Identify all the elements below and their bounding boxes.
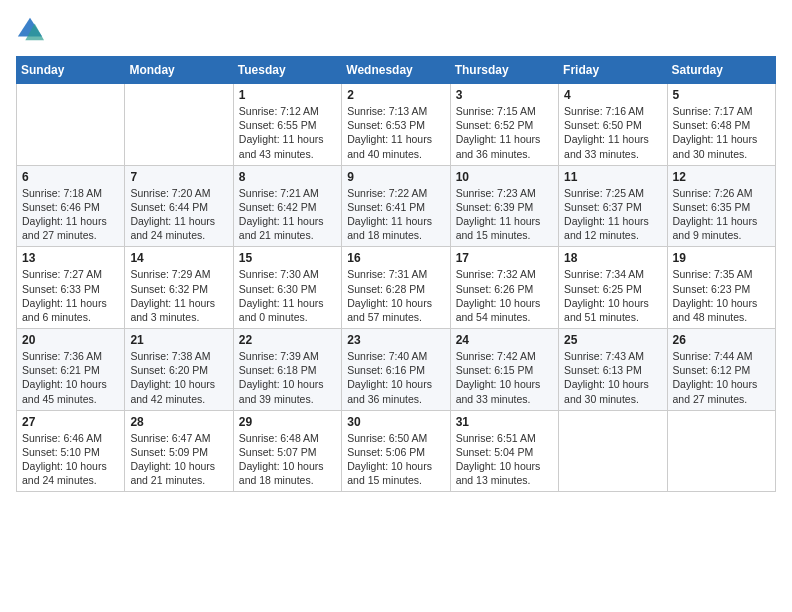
day-number: 10 <box>456 170 553 184</box>
day-info: Sunrise: 7:38 AM Sunset: 6:20 PM Dayligh… <box>130 349 227 406</box>
day-number: 1 <box>239 88 336 102</box>
day-info: Sunrise: 7:22 AM Sunset: 6:41 PM Dayligh… <box>347 186 444 243</box>
day-number: 8 <box>239 170 336 184</box>
calendar-cell: 22Sunrise: 7:39 AM Sunset: 6:18 PM Dayli… <box>233 329 341 411</box>
day-info: Sunrise: 7:26 AM Sunset: 6:35 PM Dayligh… <box>673 186 770 243</box>
calendar-week-row: 27Sunrise: 6:46 AM Sunset: 5:10 PM Dayli… <box>17 410 776 492</box>
calendar-cell: 4Sunrise: 7:16 AM Sunset: 6:50 PM Daylig… <box>559 84 667 166</box>
day-number: 7 <box>130 170 227 184</box>
calendar-cell: 7Sunrise: 7:20 AM Sunset: 6:44 PM Daylig… <box>125 165 233 247</box>
day-number: 11 <box>564 170 661 184</box>
calendar-cell: 31Sunrise: 6:51 AM Sunset: 5:04 PM Dayli… <box>450 410 558 492</box>
day-info: Sunrise: 7:35 AM Sunset: 6:23 PM Dayligh… <box>673 267 770 324</box>
calendar-week-row: 13Sunrise: 7:27 AM Sunset: 6:33 PM Dayli… <box>17 247 776 329</box>
day-info: Sunrise: 7:40 AM Sunset: 6:16 PM Dayligh… <box>347 349 444 406</box>
day-number: 18 <box>564 251 661 265</box>
day-info: Sunrise: 7:30 AM Sunset: 6:30 PM Dayligh… <box>239 267 336 324</box>
calendar-cell: 23Sunrise: 7:40 AM Sunset: 6:16 PM Dayli… <box>342 329 450 411</box>
day-info: Sunrise: 6:48 AM Sunset: 5:07 PM Dayligh… <box>239 431 336 488</box>
calendar-cell: 14Sunrise: 7:29 AM Sunset: 6:32 PM Dayli… <box>125 247 233 329</box>
day-number: 3 <box>456 88 553 102</box>
day-info: Sunrise: 6:50 AM Sunset: 5:06 PM Dayligh… <box>347 431 444 488</box>
calendar-cell: 5Sunrise: 7:17 AM Sunset: 6:48 PM Daylig… <box>667 84 775 166</box>
calendar-cell: 20Sunrise: 7:36 AM Sunset: 6:21 PM Dayli… <box>17 329 125 411</box>
day-number: 22 <box>239 333 336 347</box>
day-number: 21 <box>130 333 227 347</box>
day-info: Sunrise: 7:18 AM Sunset: 6:46 PM Dayligh… <box>22 186 119 243</box>
logo-icon <box>16 16 44 44</box>
calendar-cell: 16Sunrise: 7:31 AM Sunset: 6:28 PM Dayli… <box>342 247 450 329</box>
calendar-cell: 3Sunrise: 7:15 AM Sunset: 6:52 PM Daylig… <box>450 84 558 166</box>
day-number: 23 <box>347 333 444 347</box>
day-info: Sunrise: 7:13 AM Sunset: 6:53 PM Dayligh… <box>347 104 444 161</box>
day-info: Sunrise: 7:21 AM Sunset: 6:42 PM Dayligh… <box>239 186 336 243</box>
day-info: Sunrise: 7:17 AM Sunset: 6:48 PM Dayligh… <box>673 104 770 161</box>
calendar-cell: 6Sunrise: 7:18 AM Sunset: 6:46 PM Daylig… <box>17 165 125 247</box>
calendar-cell: 18Sunrise: 7:34 AM Sunset: 6:25 PM Dayli… <box>559 247 667 329</box>
day-info: Sunrise: 7:42 AM Sunset: 6:15 PM Dayligh… <box>456 349 553 406</box>
day-number: 28 <box>130 415 227 429</box>
calendar-cell: 24Sunrise: 7:42 AM Sunset: 6:15 PM Dayli… <box>450 329 558 411</box>
day-number: 20 <box>22 333 119 347</box>
day-number: 12 <box>673 170 770 184</box>
day-number: 5 <box>673 88 770 102</box>
calendar-cell: 25Sunrise: 7:43 AM Sunset: 6:13 PM Dayli… <box>559 329 667 411</box>
calendar-cell: 21Sunrise: 7:38 AM Sunset: 6:20 PM Dayli… <box>125 329 233 411</box>
day-header-monday: Monday <box>125 57 233 84</box>
calendar-cell <box>125 84 233 166</box>
day-info: Sunrise: 7:25 AM Sunset: 6:37 PM Dayligh… <box>564 186 661 243</box>
day-header-thursday: Thursday <box>450 57 558 84</box>
day-info: Sunrise: 7:15 AM Sunset: 6:52 PM Dayligh… <box>456 104 553 161</box>
day-number: 29 <box>239 415 336 429</box>
day-number: 16 <box>347 251 444 265</box>
day-info: Sunrise: 7:32 AM Sunset: 6:26 PM Dayligh… <box>456 267 553 324</box>
day-info: Sunrise: 7:29 AM Sunset: 6:32 PM Dayligh… <box>130 267 227 324</box>
calendar-cell: 27Sunrise: 6:46 AM Sunset: 5:10 PM Dayli… <box>17 410 125 492</box>
calendar-week-row: 6Sunrise: 7:18 AM Sunset: 6:46 PM Daylig… <box>17 165 776 247</box>
calendar-cell: 9Sunrise: 7:22 AM Sunset: 6:41 PM Daylig… <box>342 165 450 247</box>
calendar-table: SundayMondayTuesdayWednesdayThursdayFrid… <box>16 56 776 492</box>
calendar-cell: 28Sunrise: 6:47 AM Sunset: 5:09 PM Dayli… <box>125 410 233 492</box>
calendar-header-row: SundayMondayTuesdayWednesdayThursdayFrid… <box>17 57 776 84</box>
day-number: 31 <box>456 415 553 429</box>
calendar-cell: 30Sunrise: 6:50 AM Sunset: 5:06 PM Dayli… <box>342 410 450 492</box>
day-info: Sunrise: 6:51 AM Sunset: 5:04 PM Dayligh… <box>456 431 553 488</box>
calendar-week-row: 1Sunrise: 7:12 AM Sunset: 6:55 PM Daylig… <box>17 84 776 166</box>
calendar-cell <box>667 410 775 492</box>
day-number: 9 <box>347 170 444 184</box>
calendar-cell: 8Sunrise: 7:21 AM Sunset: 6:42 PM Daylig… <box>233 165 341 247</box>
day-number: 19 <box>673 251 770 265</box>
calendar-cell: 17Sunrise: 7:32 AM Sunset: 6:26 PM Dayli… <box>450 247 558 329</box>
day-info: Sunrise: 6:46 AM Sunset: 5:10 PM Dayligh… <box>22 431 119 488</box>
calendar-week-row: 20Sunrise: 7:36 AM Sunset: 6:21 PM Dayli… <box>17 329 776 411</box>
day-number: 4 <box>564 88 661 102</box>
day-info: Sunrise: 7:34 AM Sunset: 6:25 PM Dayligh… <box>564 267 661 324</box>
calendar-cell <box>17 84 125 166</box>
calendar-cell: 2Sunrise: 7:13 AM Sunset: 6:53 PM Daylig… <box>342 84 450 166</box>
logo <box>16 16 46 44</box>
day-info: Sunrise: 7:20 AM Sunset: 6:44 PM Dayligh… <box>130 186 227 243</box>
calendar-cell: 15Sunrise: 7:30 AM Sunset: 6:30 PM Dayli… <box>233 247 341 329</box>
calendar-cell: 19Sunrise: 7:35 AM Sunset: 6:23 PM Dayli… <box>667 247 775 329</box>
calendar-cell: 1Sunrise: 7:12 AM Sunset: 6:55 PM Daylig… <box>233 84 341 166</box>
day-info: Sunrise: 7:16 AM Sunset: 6:50 PM Dayligh… <box>564 104 661 161</box>
day-info: Sunrise: 7:43 AM Sunset: 6:13 PM Dayligh… <box>564 349 661 406</box>
day-header-friday: Friday <box>559 57 667 84</box>
calendar-cell: 29Sunrise: 6:48 AM Sunset: 5:07 PM Dayli… <box>233 410 341 492</box>
day-info: Sunrise: 6:47 AM Sunset: 5:09 PM Dayligh… <box>130 431 227 488</box>
day-info: Sunrise: 7:12 AM Sunset: 6:55 PM Dayligh… <box>239 104 336 161</box>
day-number: 15 <box>239 251 336 265</box>
day-info: Sunrise: 7:31 AM Sunset: 6:28 PM Dayligh… <box>347 267 444 324</box>
day-header-wednesday: Wednesday <box>342 57 450 84</box>
day-header-tuesday: Tuesday <box>233 57 341 84</box>
calendar-cell: 12Sunrise: 7:26 AM Sunset: 6:35 PM Dayli… <box>667 165 775 247</box>
day-info: Sunrise: 7:23 AM Sunset: 6:39 PM Dayligh… <box>456 186 553 243</box>
calendar-cell: 11Sunrise: 7:25 AM Sunset: 6:37 PM Dayli… <box>559 165 667 247</box>
day-number: 17 <box>456 251 553 265</box>
day-number: 26 <box>673 333 770 347</box>
day-info: Sunrise: 7:44 AM Sunset: 6:12 PM Dayligh… <box>673 349 770 406</box>
page-header <box>16 16 776 44</box>
day-number: 6 <box>22 170 119 184</box>
calendar-cell <box>559 410 667 492</box>
day-info: Sunrise: 7:36 AM Sunset: 6:21 PM Dayligh… <box>22 349 119 406</box>
